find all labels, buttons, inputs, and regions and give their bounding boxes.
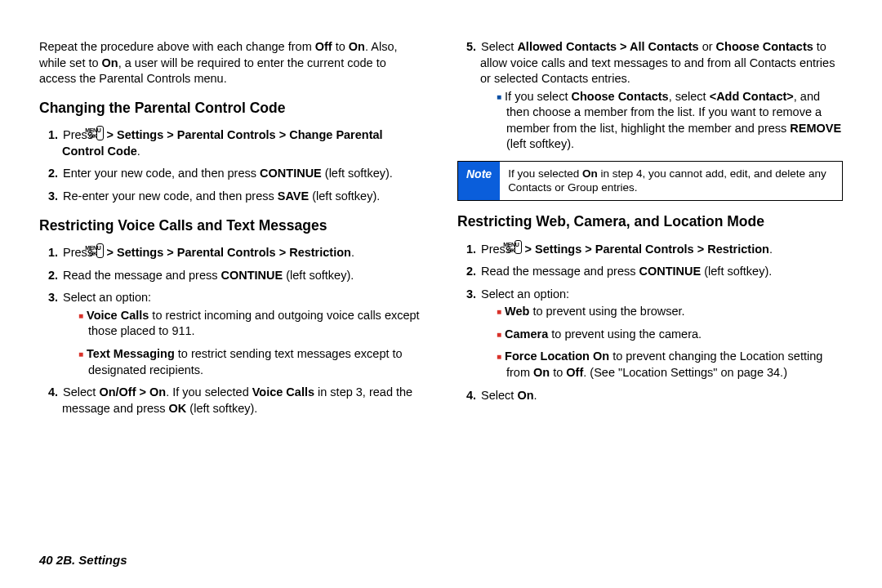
step-number: 2.: [48, 166, 60, 182]
bold-remove: REMOVE: [790, 122, 841, 135]
step-1: 1. Press MENUOK > Settings > Parental Co…: [39, 126, 425, 159]
text: Select: [63, 385, 99, 399]
right-column: 5. Select Allowed Contacts > All Contact…: [457, 39, 843, 423]
step-number: 1.: [48, 245, 60, 261]
text: Select an option:: [63, 291, 151, 304]
step-number: 4.: [48, 385, 60, 401]
manual-page: Repeat the procedure above with each cha…: [0, 0, 882, 588]
left-column: Repeat the procedure above with each cha…: [39, 39, 425, 423]
bullet-icon: ■: [497, 330, 505, 339]
page-number: 40: [39, 553, 53, 567]
step-number: 3.: [48, 189, 60, 205]
bold-on: On: [533, 366, 550, 379]
bullet-icon: ■: [497, 307, 505, 316]
step-5: 5. Select Allowed Contacts > All Contact…: [457, 39, 843, 153]
bold-onoff: On/Off > On: [99, 385, 166, 399]
text: Select: [481, 40, 517, 53]
text: If you selected: [508, 167, 582, 180]
step-1: 1. Press MENUOK > Settings > Parental Co…: [39, 243, 425, 261]
bold-off: Off: [566, 366, 583, 379]
bold-voice: Voice Calls: [252, 385, 314, 399]
page-footer: 40 2B. Settings: [39, 552, 127, 568]
bullet-icon: ■: [78, 350, 87, 359]
text: Read the message and press: [63, 269, 220, 282]
step-number: 1.: [48, 127, 60, 144]
step-number: 2.: [48, 268, 60, 284]
option-web: ■Web to prevent using the browser.: [480, 304, 843, 320]
bold-voice: Voice Calls: [87, 309, 149, 322]
text: Re-enter your new code, and then press: [63, 189, 278, 203]
nav-path: > Settings > Parental Controls > Change …: [62, 128, 383, 158]
step-3: 3. Re-enter your new code, and then pres…: [39, 189, 425, 205]
note-label: Note: [458, 162, 500, 200]
step-4: 4. Select On.: [457, 388, 843, 404]
text: , select: [669, 90, 710, 103]
step-2: 2. Read the message and press CONTINUE (…: [457, 264, 843, 280]
bold-on: On: [517, 389, 533, 402]
text: or: [699, 40, 716, 53]
option-text-messaging: ■Text Messaging to restrict sending text…: [62, 346, 425, 378]
bold-camera: Camera: [505, 327, 548, 341]
step-number: 2.: [466, 264, 478, 280]
bold-continue: CONTINUE: [220, 269, 283, 282]
text: . If you selected: [166, 385, 252, 399]
nav-path: > Settings > Parental Controls > Restric…: [104, 246, 351, 259]
bold-continue: CONTINUE: [639, 265, 701, 278]
step-number: 3.: [48, 290, 60, 306]
step-3: 3. Select an option: ■Web to prevent usi…: [457, 287, 843, 381]
bold-on: On: [582, 167, 598, 180]
bold-off: Off: [315, 40, 332, 53]
text: (left softkey).: [283, 269, 354, 282]
steps-restrict-web: 1. Press MENUOK > Settings > Parental Co…: [457, 240, 843, 404]
text: If you select: [505, 90, 571, 103]
bold-save: SAVE: [278, 189, 309, 203]
bold-choose: Choose Contacts: [571, 90, 668, 103]
text: .: [534, 389, 537, 402]
two-column-layout: Repeat the procedure above with each cha…: [39, 39, 843, 423]
intro-paragraph: Repeat the procedure above with each cha…: [39, 39, 425, 87]
option-camera: ■Camera to prevent using the camera.: [480, 327, 843, 343]
bold-on: On: [102, 56, 118, 69]
sub-list: ■If you select Choose Contacts, select <…: [480, 89, 843, 153]
bold-allowed: Allowed Contacts > All Contacts: [517, 40, 698, 53]
text: (left softkey).: [322, 167, 393, 180]
steps-changing-code: 1. Press MENUOK > Settings > Parental Co…: [39, 126, 425, 204]
bold-add-contact: <Add Contact>: [710, 90, 794, 103]
text: to: [332, 40, 349, 53]
sub-choose-contacts: ■If you select Choose Contacts, select <…: [480, 89, 843, 153]
note-body: If you selected On in step 4, you cannot…: [500, 162, 842, 200]
heading-changing-code: Changing the Parental Control Code: [39, 99, 425, 118]
text: Select an option:: [481, 287, 569, 301]
step-1: 1. Press MENUOK > Settings > Parental Co…: [457, 240, 843, 258]
step-2: 2. Read the message and press CONTINUE (…: [39, 268, 425, 284]
text: .: [137, 145, 140, 158]
step-number: 5.: [466, 39, 478, 56]
bold-force-location: Force Location On: [505, 350, 609, 363]
text: (left softkey).: [506, 137, 574, 150]
step-2: 2. Enter your new code, and then press C…: [39, 166, 425, 182]
text: to: [550, 366, 566, 379]
text: Read the message and press: [481, 265, 639, 278]
option-force-location: ■Force Location On to prevent changing t…: [480, 349, 843, 381]
text: Enter your new code, and then press: [63, 167, 260, 180]
bold-ok: OK: [169, 402, 187, 415]
bold-continue: CONTINUE: [260, 167, 322, 180]
text: to prevent using the camera.: [548, 327, 702, 341]
text: .: [769, 243, 773, 256]
note-box: Note If you selected On in step 4, you c…: [457, 161, 843, 201]
text: (left softkey).: [701, 265, 772, 278]
nav-path: > Settings > Parental Controls > Restric…: [522, 243, 769, 256]
step-3: 3. Select an option: ■Voice Calls to res…: [39, 290, 425, 378]
step-number: 1.: [466, 242, 478, 258]
text: Select: [481, 389, 517, 402]
heading-restrict-calls: Restricting Voice Calls and Text Message…: [39, 216, 425, 236]
bullet-icon: ■: [497, 352, 505, 361]
menu-ok-key-icon: MENUOK: [514, 240, 521, 255]
text: .: [351, 246, 354, 259]
text: to prevent using the browser.: [529, 305, 684, 318]
text: (left softkey).: [309, 189, 380, 203]
option-voice-calls: ■Voice Calls to restrict incoming and ou…: [62, 308, 425, 340]
menu-ok-key-icon: MENUOK: [96, 126, 103, 140]
section-name: 2B. Settings: [56, 553, 127, 567]
bold-choose: Choose Contacts: [716, 40, 813, 53]
